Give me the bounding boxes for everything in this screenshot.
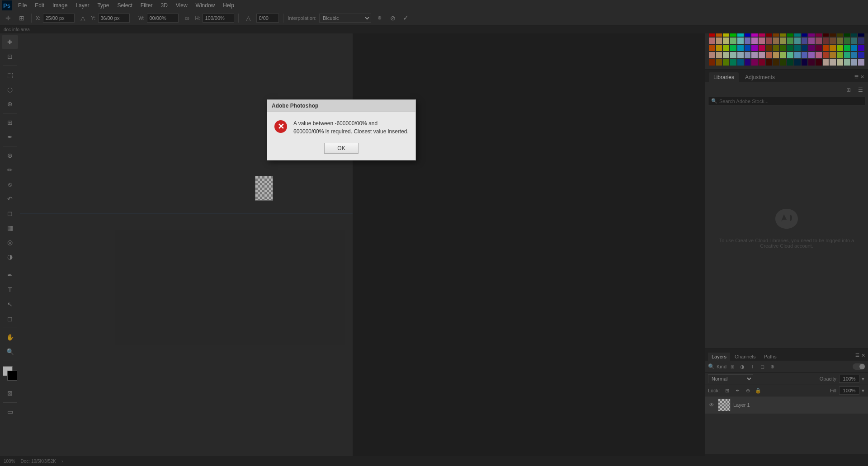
modal-footer: OK — [267, 143, 415, 160]
modal-title-bar: Adobe Photoshop — [267, 100, 415, 112]
modal-overlay: Adobe Photoshop ✕ A value between -60000… — [0, 0, 868, 466]
ok-button[interactable]: OK — [324, 143, 358, 154]
svg-text:✕: ✕ — [278, 122, 284, 131]
modal-dialog: Adobe Photoshop ✕ A value between -60000… — [267, 99, 416, 160]
modal-message: A value between -600000/00% and 600000/0… — [293, 119, 409, 136]
modal-title: Adobe Photoshop — [272, 103, 318, 109]
error-icon: ✕ — [274, 119, 288, 134]
modal-body: ✕ A value between -600000/00% and 600000… — [267, 112, 415, 143]
